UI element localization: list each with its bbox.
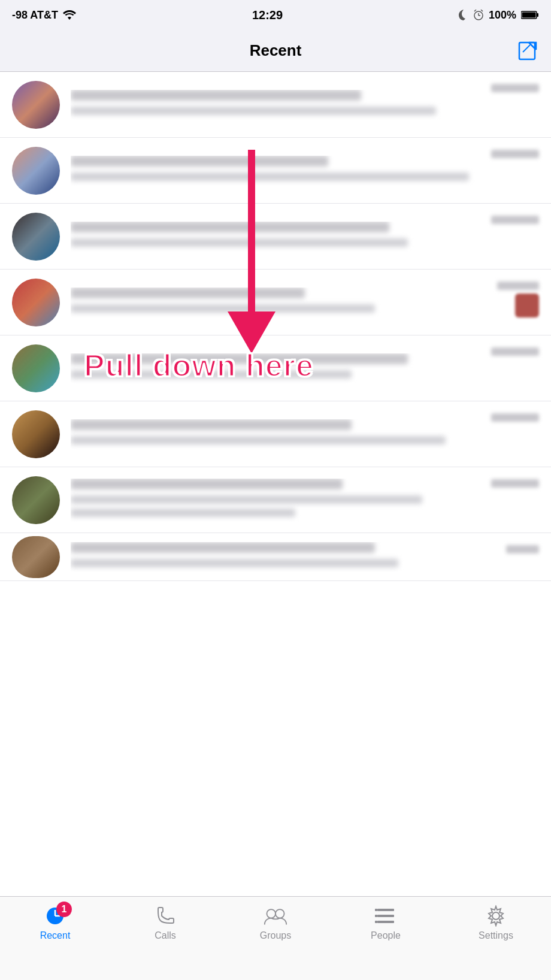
item-content (71, 288, 539, 317)
avatar (12, 279, 60, 326)
message-thumbnail (515, 294, 539, 317)
carrier-text: -98 AT&T (12, 9, 58, 22)
gear-icon (485, 905, 507, 927)
recent-badge: 1 (56, 902, 72, 917)
tab-people[interactable]: People (331, 905, 441, 941)
message-preview (71, 370, 352, 379)
item-content (71, 156, 539, 186)
list-item[interactable] (0, 533, 551, 581)
item-meta (491, 216, 539, 228)
battery-text: 100% (489, 9, 516, 22)
message-time (497, 282, 539, 290)
conversation-list: Pull down here (0, 72, 551, 896)
message-preview (71, 436, 446, 444)
contact-name (71, 222, 389, 232)
svg-rect-22 (375, 915, 377, 917)
message-preview (71, 107, 436, 115)
message-time (491, 216, 539, 224)
tab-bar: 1 Recent Calls Groups (0, 896, 551, 980)
contact-name (71, 419, 352, 430)
compose-icon (517, 40, 538, 62)
message-time (491, 479, 539, 488)
moon-icon (459, 10, 468, 20)
message-time (491, 150, 539, 158)
settings-icon-container (484, 905, 508, 927)
tab-settings-label: Settings (479, 930, 513, 941)
svg-rect-18 (377, 909, 394, 911)
contact-name (71, 90, 361, 101)
list-item[interactable] (0, 72, 551, 138)
tab-people-label: People (371, 930, 401, 941)
message-time (506, 545, 539, 553)
list-item[interactable] (0, 401, 551, 467)
compose-button[interactable] (516, 40, 539, 62)
contact-name (71, 288, 305, 298)
svg-point-24 (492, 912, 499, 919)
contact-name (71, 156, 328, 167)
tab-settings[interactable]: Settings (441, 905, 551, 941)
svg-rect-21 (375, 909, 377, 911)
tab-recent[interactable]: 1 Recent (0, 905, 110, 941)
status-right: 100% (459, 9, 539, 22)
avatar (12, 536, 60, 578)
item-meta (491, 347, 539, 359)
status-time: 12:29 (252, 8, 283, 22)
message-preview (71, 238, 408, 247)
svg-rect-20 (377, 921, 394, 923)
avatar (12, 344, 60, 392)
svg-rect-6 (537, 13, 538, 17)
tab-calls-label: Calls (155, 930, 176, 941)
contact-name (71, 479, 343, 489)
item-content (71, 542, 539, 572)
item-content (71, 479, 539, 522)
svg-point-16 (267, 909, 276, 918)
message-preview (71, 304, 375, 313)
wifi-icon (63, 10, 76, 20)
groups-icon (264, 905, 287, 927)
avatar (12, 147, 60, 195)
avatar (12, 81, 60, 129)
item-content (71, 90, 539, 120)
tab-groups[interactable]: Groups (220, 905, 331, 941)
svg-rect-7 (522, 13, 536, 18)
avatar (12, 476, 60, 524)
status-left: -98 AT&T (12, 9, 76, 22)
svg-rect-23 (375, 921, 377, 923)
page-title: Recent (250, 41, 302, 60)
message-time (491, 413, 539, 422)
list-icon (375, 905, 396, 927)
message-preview (71, 495, 422, 504)
message-preview-2 (71, 509, 295, 517)
item-meta (506, 545, 539, 557)
svg-rect-19 (377, 915, 394, 917)
nav-header: Recent (0, 30, 551, 72)
message-time (491, 347, 539, 356)
tab-calls[interactable]: Calls (110, 905, 220, 941)
list-item[interactable] (0, 270, 551, 335)
svg-point-17 (276, 909, 284, 918)
item-meta (491, 84, 539, 96)
groups-icon-container (264, 905, 287, 927)
item-content (71, 419, 539, 449)
battery-icon (521, 10, 539, 20)
item-meta (491, 479, 539, 491)
list-item[interactable] (0, 335, 551, 401)
svg-line-4 (481, 10, 483, 11)
item-meta (491, 150, 539, 162)
people-icon-container (374, 905, 398, 927)
list-item[interactable] (0, 467, 551, 533)
calls-icon-container (153, 905, 177, 927)
svg-line-3 (474, 10, 476, 11)
item-meta (491, 413, 539, 425)
avatar (12, 213, 60, 261)
status-bar: -98 AT&T 12:29 100% (0, 0, 551, 30)
message-preview (71, 173, 469, 181)
list-item[interactable] (0, 138, 551, 204)
list-item[interactable] (0, 204, 551, 270)
message-preview (71, 559, 398, 567)
tab-groups-label: Groups (260, 930, 291, 941)
contact-name (71, 353, 408, 364)
contact-name (71, 542, 375, 553)
svg-rect-8 (519, 43, 535, 59)
message-time (491, 84, 539, 92)
